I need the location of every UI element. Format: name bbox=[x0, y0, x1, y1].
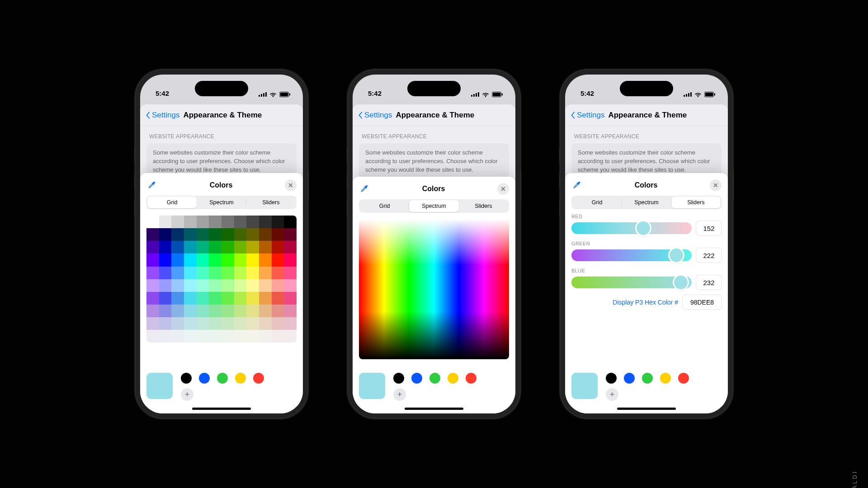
preset-swatch[interactable] bbox=[253, 373, 264, 384]
tab-sliders[interactable]: Sliders bbox=[671, 197, 721, 208]
add-swatch-button[interactable]: + bbox=[606, 388, 618, 401]
dynamic-island bbox=[407, 81, 461, 96]
dynamic-island bbox=[195, 81, 248, 96]
svg-rect-4 bbox=[493, 93, 501, 96]
preset-swatch[interactable] bbox=[181, 373, 192, 384]
home-indicator[interactable] bbox=[617, 408, 676, 410]
section-description: Some websites customize their color sche… bbox=[359, 143, 509, 180]
slider-blue: BLUE 232 bbox=[571, 268, 722, 290]
hex-label[interactable]: Display P3 Hex Color # bbox=[613, 299, 678, 306]
preset-swatches bbox=[181, 373, 264, 384]
chevron-left-icon bbox=[145, 111, 151, 119]
eyedropper-button[interactable] bbox=[359, 184, 370, 193]
preset-swatch[interactable] bbox=[624, 373, 635, 384]
back-button[interactable]: Settings bbox=[570, 111, 604, 120]
preset-swatch[interactable] bbox=[429, 373, 440, 384]
picker-mode-segmented: Grid Spectrum Sliders bbox=[359, 199, 509, 213]
home-indicator[interactable] bbox=[405, 408, 463, 410]
add-swatch-button[interactable]: + bbox=[393, 388, 406, 401]
tab-spectrum[interactable]: Spectrum bbox=[622, 197, 671, 208]
color-grid[interactable] bbox=[146, 216, 297, 343]
eyedropper-button[interactable] bbox=[146, 181, 157, 190]
swatch-row: + bbox=[146, 373, 297, 401]
svg-rect-5 bbox=[502, 94, 503, 96]
preset-swatches bbox=[393, 373, 476, 384]
current-color-swatch bbox=[571, 373, 598, 399]
close-button[interactable]: ✕ bbox=[710, 179, 722, 191]
close-button[interactable]: ✕ bbox=[497, 183, 509, 195]
preset-swatch[interactable] bbox=[660, 373, 671, 384]
close-button[interactable]: ✕ bbox=[285, 179, 297, 191]
swatch-row: + bbox=[359, 373, 509, 401]
slider-value-green[interactable]: 222 bbox=[696, 248, 722, 263]
tab-grid[interactable]: Grid bbox=[147, 197, 197, 208]
cellular-icon bbox=[471, 92, 479, 97]
preset-swatch[interactable] bbox=[466, 373, 476, 384]
preset-swatch[interactable] bbox=[448, 373, 458, 384]
slider-track-red[interactable] bbox=[571, 222, 692, 234]
slider-label: BLUE bbox=[571, 268, 722, 273]
current-color-swatch bbox=[359, 373, 385, 399]
status-time: 5:42 bbox=[580, 89, 594, 97]
tab-spectrum[interactable]: Spectrum bbox=[197, 197, 246, 208]
preset-swatch[interactable] bbox=[199, 373, 210, 384]
slider-thumb[interactable] bbox=[670, 249, 683, 262]
svg-rect-1 bbox=[280, 93, 288, 96]
slider-track-blue[interactable] bbox=[571, 277, 692, 288]
picker-mode-segmented: Grid Spectrum Sliders bbox=[571, 196, 722, 209]
tab-grid[interactable]: Grid bbox=[572, 197, 622, 208]
preset-swatch[interactable] bbox=[678, 373, 689, 384]
preset-swatch[interactable] bbox=[606, 373, 617, 384]
svg-rect-2 bbox=[289, 94, 290, 96]
sheet-title: Colors bbox=[210, 181, 233, 189]
wifi-icon bbox=[694, 92, 702, 97]
swatch-row: + bbox=[571, 373, 722, 401]
page-title: Appearance & Theme bbox=[179, 111, 298, 120]
phone-mockup-sliders: 5:42 Settings Appearance & Theme WEBSITE… bbox=[561, 70, 732, 418]
back-label: Settings bbox=[364, 111, 392, 120]
sheet-title: Colors bbox=[635, 181, 658, 189]
slider-value-blue[interactable]: 232 bbox=[696, 275, 722, 290]
chevron-left-icon bbox=[570, 111, 576, 119]
vivaldi-watermark: VIVALDI bbox=[852, 470, 858, 488]
preset-swatch[interactable] bbox=[393, 373, 404, 384]
slider-thumb[interactable] bbox=[637, 221, 650, 235]
tab-grid[interactable]: Grid bbox=[360, 200, 409, 212]
dynamic-island bbox=[620, 81, 673, 96]
tab-sliders[interactable]: Sliders bbox=[459, 200, 508, 212]
preset-swatch[interactable] bbox=[217, 373, 228, 384]
status-time: 5:42 bbox=[156, 89, 169, 97]
back-label: Settings bbox=[577, 111, 604, 120]
preset-swatch[interactable] bbox=[642, 373, 653, 384]
slider-label: RED bbox=[571, 214, 722, 219]
slider-thumb[interactable] bbox=[674, 276, 688, 289]
cellular-icon bbox=[259, 92, 267, 97]
chevron-left-icon bbox=[357, 111, 363, 119]
navigation-bar: Settings Appearance & Theme bbox=[140, 104, 303, 126]
preset-swatch[interactable] bbox=[411, 373, 422, 384]
battery-icon bbox=[279, 92, 290, 97]
battery-icon bbox=[492, 92, 503, 97]
color-picker-sheet: Colors ✕ Grid Spectrum Sliders + bbox=[140, 173, 303, 413]
tab-sliders[interactable]: Sliders bbox=[246, 197, 296, 208]
back-button[interactable]: Settings bbox=[357, 111, 392, 120]
page-title: Appearance & Theme bbox=[604, 111, 723, 120]
wifi-icon bbox=[482, 92, 489, 97]
add-swatch-button[interactable]: + bbox=[181, 388, 193, 401]
phone-mockup-spectrum: 5:42 Settings Appearance & Theme WEBSITE… bbox=[348, 70, 520, 418]
tab-spectrum[interactable]: Spectrum bbox=[409, 200, 458, 212]
back-label: Settings bbox=[152, 111, 179, 120]
back-button[interactable]: Settings bbox=[145, 111, 179, 120]
eyedropper-button[interactable] bbox=[571, 181, 582, 190]
cellular-icon bbox=[684, 92, 692, 97]
phone-mockup-grid: 5:42 Settings Appearance & Theme WEBSITE… bbox=[136, 70, 307, 418]
home-indicator[interactable] bbox=[192, 408, 251, 410]
svg-rect-8 bbox=[714, 94, 715, 96]
slider-value-red[interactable]: 152 bbox=[696, 221, 722, 235]
wifi-icon bbox=[269, 92, 277, 97]
hex-value-field[interactable]: 98DEE8 bbox=[683, 295, 722, 310]
preset-swatch[interactable] bbox=[235, 373, 246, 384]
color-spectrum[interactable] bbox=[359, 219, 509, 359]
slider-track-green[interactable] bbox=[571, 249, 692, 261]
color-picker-sheet: Colors ✕ Grid Spectrum Sliders + bbox=[353, 177, 515, 413]
